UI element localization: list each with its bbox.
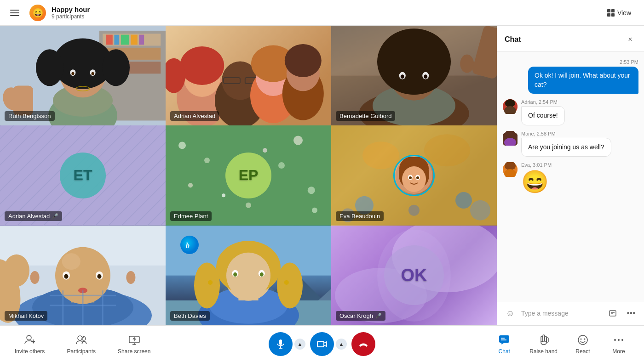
video-tile-beth[interactable]: b: [166, 226, 331, 325]
video-tile-eva[interactable]: Eva Beaudouin: [331, 125, 497, 225]
svg-point-15: [36, 49, 63, 86]
participants-button[interactable]: Participants: [61, 330, 101, 358]
tile-name-eva: Eva Beaudouin: [339, 213, 380, 220]
svg-point-123: [260, 272, 264, 277]
tile-label-adrian: Adrian Alvestad: [170, 111, 219, 121]
more-options-button[interactable]: More: [603, 330, 635, 358]
cam-chevron-button[interactable]: ▲: [336, 339, 347, 350]
svg-point-16: [102, 49, 130, 86]
meeting-info: Happy hour 9 participants: [52, 6, 90, 20]
message-input[interactable]: [521, 310, 602, 317]
react-icon: [576, 334, 589, 346]
svg-point-26: [180, 46, 224, 85]
sent-message-time: 2:53 PM: [620, 59, 638, 65]
svg-point-172: [618, 339, 620, 341]
raise-hand-button[interactable]: Raise hand: [524, 330, 563, 358]
svg-point-146: [27, 335, 31, 340]
ruth-scene-svg: [0, 26, 166, 125]
tile-label-ruth: Ruth Bengtsson: [5, 111, 55, 121]
toolbar-left-controls: Invite others Participants: [9, 330, 156, 358]
marie-sender-time: Marie, 2:58 PM: [521, 131, 638, 136]
mic-chevron-button[interactable]: ▲: [294, 339, 305, 350]
svg-point-20: [92, 72, 94, 75]
video-tile-mikhail[interactable]: Mikhail Kotov: [0, 226, 166, 325]
video-tile-adrian[interactable]: Adrian Alvestad: [166, 26, 331, 125]
invite-others-button[interactable]: Invite others: [9, 330, 50, 358]
marie-chat-avatar: [503, 131, 518, 146]
tile-label-beth: Beth Davies: [170, 311, 210, 321]
svg-point-170: [584, 338, 586, 339]
svg-point-122: [233, 272, 237, 277]
chat-title: Chat: [505, 35, 521, 44]
end-call-button[interactable]: [351, 332, 375, 356]
chat-close-button[interactable]: ×: [624, 33, 637, 46]
raise-hand-icon: [537, 334, 550, 346]
eva-sender-time: Eva, 3:01 PM: [521, 162, 638, 168]
svg-point-82: [416, 176, 419, 179]
attach-file-button[interactable]: [605, 306, 620, 321]
eva-profile-circle: [393, 155, 435, 196]
tile-label-mikhail: Mikhail Kotov: [5, 311, 47, 321]
svg-point-117: [194, 262, 220, 308]
svg-point-118: [277, 262, 303, 308]
svg-point-47: [401, 74, 404, 79]
header-left: 😄 Happy hour 9 participants: [7, 5, 602, 21]
svg-point-81: [409, 176, 412, 179]
raise-hand-label: Raise hand: [529, 348, 558, 355]
bernadette-svg: [331, 26, 497, 125]
emoji-picker-button[interactable]: ☺: [503, 306, 518, 321]
tile-name-et: Adrian Alvestad: [8, 213, 50, 220]
more-options-label: More: [612, 348, 625, 355]
svg-point-19: [71, 72, 74, 75]
svg-rect-161: [499, 335, 509, 343]
video-grid: Ruth Bengtsson: [0, 26, 497, 325]
svg-point-94: [64, 274, 69, 278]
invite-icon: [23, 334, 36, 346]
svg-point-110: [180, 236, 199, 254]
svg-text:b: b: [186, 242, 190, 249]
main-content: Ruth Bengtsson: [0, 26, 644, 325]
eva-message-content: Eva, 3:01 PM 😄: [521, 162, 638, 195]
svg-rect-6: [114, 35, 119, 45]
eva-emoji-message: 😄: [521, 169, 638, 195]
react-button[interactable]: React: [567, 330, 599, 358]
camera-button[interactable]: [310, 332, 334, 356]
svg-point-169: [581, 338, 582, 339]
et-avatar: ET: [60, 153, 106, 198]
chat-panel-label: Chat: [499, 348, 510, 355]
chat-messages: 2:53 PM Ok ok! I will join. What about y…: [497, 52, 644, 301]
ruth-video-bg: [0, 26, 166, 125]
view-label: View: [617, 9, 631, 17]
tile-name-ep: Edmee Plant: [174, 213, 208, 220]
video-tile-ep[interactable]: EP Edmee Plant: [166, 125, 331, 225]
video-tile-oscar[interactable]: OK Oscar Krogh 🎤: [331, 226, 497, 325]
svg-rect-143: [610, 311, 616, 316]
participants-label: Participants: [67, 348, 96, 355]
ep-avatar-container: EP: [166, 125, 331, 225]
participants-count: 9 participants: [52, 13, 90, 20]
more-chat-options-button[interactable]: •••: [624, 306, 638, 321]
tile-label-bernadette: Bernadette Guibord: [336, 111, 395, 121]
header-right: View: [602, 6, 637, 19]
tile-label-eva: Eva Beaudouin: [336, 211, 384, 221]
mute-button[interactable]: [269, 332, 293, 356]
svg-rect-9: [139, 35, 144, 45]
view-button[interactable]: View: [602, 6, 637, 19]
svg-rect-157: [279, 339, 282, 345]
chat-panel-button[interactable]: Chat: [488, 330, 520, 358]
video-tile-et[interactable]: ET Adrian Alvestad 🎤: [0, 125, 166, 225]
received-message-marie: Marie, 2:58 PM Are you joining us as wel…: [503, 131, 638, 157]
adrian-sender-time: Adrian, 2:54 PM: [521, 99, 638, 105]
tile-name-mikhail: Mikhail Kotov: [8, 312, 44, 319]
video-tile-ruth[interactable]: Ruth Bengtsson: [0, 26, 166, 125]
video-tile-bernadette[interactable]: Bernadette Guibord: [331, 26, 497, 125]
chat-icon: [498, 334, 511, 346]
toolbar-right-controls: Chat Raise hand: [488, 330, 635, 358]
bottom-toolbar: Invite others Participants: [0, 325, 644, 362]
center-controls: ▲ ▲: [269, 332, 375, 356]
mic-icon-et: 🎤: [52, 213, 58, 219]
tile-label-oscar: Oscar Krogh 🎤: [336, 311, 385, 321]
svg-point-125: [284, 280, 289, 285]
hamburger-menu-button[interactable]: [7, 5, 24, 21]
share-screen-button[interactable]: Share screen: [112, 330, 156, 358]
